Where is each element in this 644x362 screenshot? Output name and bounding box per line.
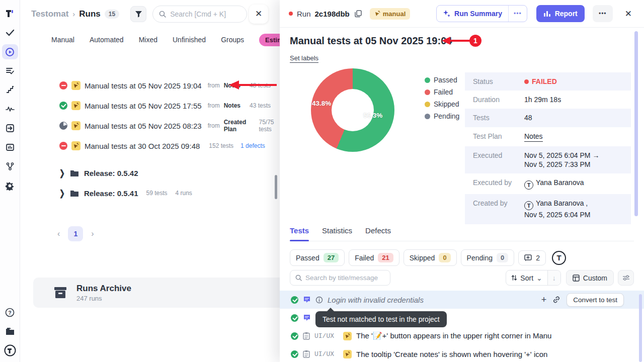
analytics-chart-icon[interactable] <box>2 140 18 155</box>
run-defects-link[interactable]: 1 defects <box>240 142 265 149</box>
tab-unfinished[interactable]: Unfinished <box>173 36 206 44</box>
tab-defects[interactable]: Defects <box>365 226 391 236</box>
breadcrumb-current: Runs <box>79 9 101 19</box>
user-avatar: T <box>524 180 533 190</box>
chip-passed[interactable]: Passed27 <box>290 249 345 266</box>
plans-list-icon[interactable] <box>2 63 18 78</box>
testomat-logo-icon[interactable] <box>2 6 18 21</box>
runs-search[interactable] <box>152 6 247 23</box>
chevron-right-icon[interactable]: ❯ <box>59 188 65 198</box>
user-avatar[interactable] <box>2 343 18 358</box>
testplan-link[interactable]: Notes <box>524 132 543 142</box>
manual-test-icon <box>343 350 352 358</box>
run-summary-button[interactable]: Run Summary <box>437 10 508 18</box>
tab-automated[interactable]: Automated <box>90 36 124 44</box>
test-row-3[interactable]: UI/UX The '📝+' button appears in the upp… <box>280 327 644 345</box>
test-row-1[interactable]: Login with invalid credentials + Convert… <box>280 291 644 309</box>
drawer-close-button[interactable]: ✕ <box>621 7 636 21</box>
not-matched-tooltip: Test not matched to test in the project <box>315 311 447 327</box>
run-row-2[interactable]: Manual tests at 05 Nov 2025 17:55 from N… <box>20 96 280 116</box>
tab-manual[interactable]: Manual <box>51 36 74 44</box>
copy-icon[interactable] <box>355 10 362 18</box>
report-button[interactable]: Report <box>536 5 585 22</box>
annotation-badge-1: 1 <box>469 35 481 47</box>
pending-dot-icon <box>425 114 430 119</box>
detail-label: Executed by <box>473 178 524 190</box>
docs-folder-icon[interactable] <box>2 324 18 339</box>
run-row-3[interactable]: Manual tests at 05 Nov 2025 08:23 from C… <box>20 116 280 136</box>
drawer-more-button[interactable]: ••• <box>593 5 613 22</box>
duration-value: 1h 29m 18s <box>524 95 561 104</box>
archive-box-icon <box>53 286 67 299</box>
run-details-table: Status FAILED Duration 1h 29m 18s Tests … <box>465 72 631 224</box>
folder-icon <box>70 190 79 197</box>
prev-page-button[interactable]: ‹ <box>57 229 60 238</box>
settings-gear-icon[interactable] <box>2 178 18 193</box>
sort-button[interactable]: Sort ⌄ <box>506 274 547 282</box>
next-page-button[interactable]: › <box>91 229 94 238</box>
archive-title: Runs Archive <box>76 284 131 294</box>
import-icon[interactable] <box>2 121 18 136</box>
tests-check-icon[interactable] <box>2 25 18 40</box>
runs-play-icon[interactable] <box>2 44 18 59</box>
detail-row-testplan: Test Plan Notes <box>465 127 631 146</box>
drawer-scrollbar[interactable] <box>634 31 638 216</box>
tab-mixed[interactable]: Mixed <box>139 36 157 44</box>
test-suite-label: UI/UX <box>314 332 339 340</box>
run-summary-split-button: Run Summary ••• <box>436 5 527 22</box>
link-icon[interactable] <box>552 296 560 304</box>
release-runs-count: 4 runs <box>176 190 192 197</box>
chip-comments[interactable]: 2 <box>518 250 546 265</box>
branch-icon[interactable] <box>2 159 18 174</box>
tests-search[interactable] <box>290 270 390 286</box>
tab-statistics[interactable]: Statistics <box>322 226 352 236</box>
set-labels-link[interactable]: Set labels <box>290 54 318 63</box>
milestones-steps-icon[interactable] <box>2 82 18 98</box>
detail-label: Executed <box>473 151 524 169</box>
help-icon[interactable]: ? <box>2 305 18 320</box>
run-row-1[interactable]: Manual tests at 05 Nov 2025 19:04 from N… <box>20 75 280 96</box>
tab-groups[interactable]: Groups <box>221 36 244 44</box>
status-value: FAILED <box>524 77 557 86</box>
run-summary-more-button[interactable]: ••• <box>508 6 527 22</box>
chip-count: 0 <box>439 253 450 262</box>
test-title: The '📝+' button appears in the upper rig… <box>356 331 551 340</box>
runs-archive-card[interactable]: Runs Archive 247 runs <box>33 278 295 308</box>
page-1-button[interactable]: 1 <box>68 226 83 241</box>
tests-search-input[interactable] <box>305 274 381 282</box>
detail-row-duration: Duration 1h 29m 18s <box>465 90 631 109</box>
chip-failed[interactable]: Failed21 <box>349 249 399 266</box>
chip-pending[interactable]: Pending0 <box>461 249 515 266</box>
add-icon[interactable]: + <box>541 295 547 305</box>
sparkles-icon <box>443 10 451 18</box>
annotation-arrow-title <box>442 36 470 46</box>
sort-direction-button[interactable]: ↓ <box>547 270 560 285</box>
filter-button[interactable] <box>130 6 146 22</box>
legend-passed: Passed <box>425 76 459 84</box>
assignee-avatar[interactable]: T <box>552 251 566 265</box>
panel-close-button[interactable]: ✕ <box>249 5 268 24</box>
runs-search-input[interactable] <box>170 10 235 18</box>
release-row-2[interactable]: ❯ Release: 0.5.41 59 tests 4 runs <box>20 183 280 203</box>
run-tests-count: 43 tests <box>250 102 271 109</box>
chip-skipped[interactable]: Skipped0 <box>404 249 457 266</box>
activity-pulse-icon[interactable] <box>2 102 18 117</box>
chevron-right-icon[interactable]: ❯ <box>59 168 65 178</box>
tab-tests[interactable]: Tests <box>290 226 309 236</box>
status-filter-chips: Passed27 Failed21 Skipped0 Pending0 2 T <box>290 249 566 266</box>
release-row-1[interactable]: ❯ Release: 0.5.42 <box>20 163 280 183</box>
test-row-4[interactable]: UI/UX The tooltip 'Create notes' is show… <box>280 345 644 362</box>
test-title: The tooltip 'Create notes' is shown when… <box>356 350 547 358</box>
passed-status-icon <box>291 332 298 340</box>
view-settings-button[interactable] <box>618 270 634 286</box>
breadcrumb-app[interactable]: Testomat <box>31 9 68 19</box>
convert-to-test-button[interactable]: Convert to test <box>567 293 624 307</box>
custom-columns-button[interactable]: Custom <box>566 270 614 286</box>
tests-list-scrollbar[interactable] <box>639 294 642 362</box>
run-title: Manual tests at 30 Oct 2025 09:48 <box>85 142 200 150</box>
run-row-4[interactable]: Manual tests at 30 Oct 2025 09:48 152 te… <box>20 136 280 156</box>
legend-label: Pending <box>434 112 459 120</box>
left-panel-scrollbar[interactable] <box>275 175 277 199</box>
run-title: Manual tests at 05 Nov 2025 17:55 <box>85 102 202 110</box>
chip-count: 27 <box>324 253 339 262</box>
